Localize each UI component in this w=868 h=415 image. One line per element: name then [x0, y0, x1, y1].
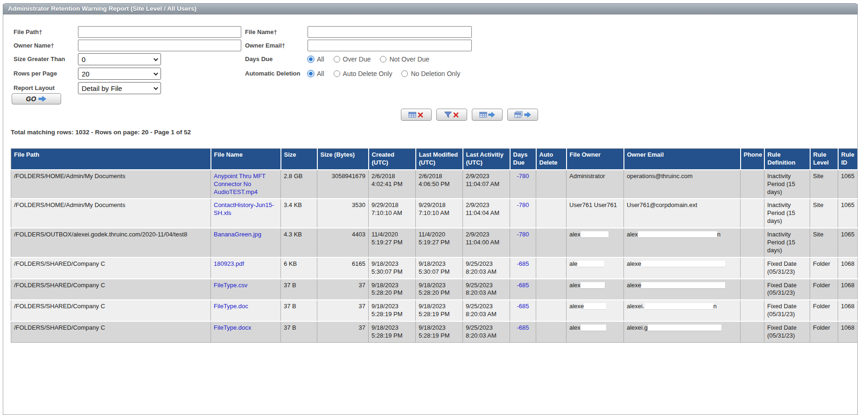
- cell-rule-definition: Fixed Date (05/31/23): [764, 279, 810, 300]
- cell-size-bytes: 37: [317, 300, 369, 321]
- redaction-box: [581, 325, 606, 331]
- cell-size: 37 B: [281, 279, 317, 300]
- days-due-link[interactable]: -685: [517, 260, 529, 267]
- cell-owner-email: User761@corpdomain.ext: [624, 199, 741, 228]
- cell-auto-delete: [536, 199, 567, 228]
- cell-size: 3.4 KB: [281, 199, 317, 228]
- rows-per-page-select[interactable]: 20: [78, 68, 161, 80]
- owner-email-label: Owner Email†: [245, 40, 285, 52]
- column-header-file-owner: File Owner: [567, 149, 624, 170]
- chevron-down-icon: [154, 71, 158, 76]
- cell-rule-level: Folder: [810, 300, 838, 321]
- cell-created: 9/18/2023 5:30:07 PM: [369, 257, 416, 279]
- days-due-link[interactable]: -780: [517, 201, 529, 208]
- cell-activity: 9/25/2023 8:20:03 AM: [463, 257, 510, 279]
- cell-activity: 2/9/2023 11:04:00 AM: [463, 228, 510, 257]
- table-row: /FOLDERS/SHARED/Company C FileType.doc 3…: [11, 300, 858, 321]
- cell-days-due: -685: [510, 321, 536, 342]
- cell-days-due: -780: [510, 199, 536, 228]
- auto-deletion-option-label: Auto Delete Only: [343, 70, 392, 77]
- auto-deletion-radio-no-deletion-only[interactable]: [401, 70, 408, 77]
- cell-created: 9/18/2023 5:28:20 PM: [369, 279, 416, 300]
- report-layout-select[interactable]: Detail by File: [78, 82, 161, 94]
- cell-phone: [741, 170, 764, 199]
- column-header-size: Size: [281, 149, 317, 170]
- cell-file-owner: User761 User761: [567, 199, 624, 228]
- cell-rule-definition: Inactivity Period (15 days): [764, 199, 810, 228]
- cell-size-bytes: 6165: [317, 257, 369, 279]
- cell-file-path: /FOLDERS/HOME/Admin/My Documents: [11, 199, 211, 228]
- auto-deletion-radio-auto-delete-only[interactable]: [334, 70, 340, 77]
- column-header-phone: Phone: [741, 149, 764, 170]
- cell-rule-id: 1065: [838, 199, 858, 228]
- size-greater-select[interactable]: 0: [78, 53, 161, 65]
- table-row: /FOLDERS/SHARED/Company C FileType.csv 3…: [11, 279, 858, 300]
- days-due-radio-not-over-due[interactable]: [380, 56, 386, 62]
- cell-file-path: /FOLDERS/SHARED/Company C: [11, 321, 211, 342]
- cell-modified: 9/29/2018 7:10:10 AM: [416, 199, 463, 228]
- export-page-button[interactable]: [472, 109, 503, 121]
- cell-file-name: Anypoint Thru MFT Connector No AudioTEST…: [211, 170, 281, 199]
- file-path-label: File Path†: [14, 26, 42, 38]
- cell-owner-email: alexn: [624, 228, 741, 257]
- cell-activity: 2/9/2023 11:04:04 AM: [463, 199, 510, 228]
- report-layout-label: Report Layout: [14, 82, 55, 94]
- file-path-input[interactable]: [78, 26, 241, 38]
- cell-file-name: FileType.docx: [211, 321, 281, 342]
- column-header-file-path: File Path: [11, 149, 211, 170]
- rows-per-page-label: Rows per Page: [14, 68, 57, 80]
- cell-created: 2/6/2018 4:02:41 PM: [369, 170, 416, 199]
- file-name-input[interactable]: [308, 26, 472, 38]
- size-greater-label: Size Greater Than: [14, 53, 65, 65]
- file-name-link[interactable]: FileType.docx: [214, 324, 251, 331]
- go-button[interactable]: GO: [12, 93, 61, 104]
- report-toolbar: [401, 109, 538, 121]
- days-due-link[interactable]: -780: [517, 231, 529, 238]
- owner-email-input[interactable]: [308, 40, 472, 51]
- automatic-deletion-label: Automatic Deletion: [245, 68, 300, 80]
- cell-rule-level: Folder: [810, 279, 838, 300]
- cell-modified: 2/6/2018 4:06:50 PM: [416, 170, 463, 199]
- automatic-deletion-radio-group: All Auto Delete Only No Deletion Only: [308, 68, 460, 80]
- days-due-link[interactable]: -685: [517, 303, 529, 310]
- redaction-box: [641, 261, 725, 267]
- auto-deletion-option-label: All: [317, 70, 324, 77]
- column-header-rule-level: Rule Level: [810, 149, 838, 170]
- results-summary: Total matching rows: 1032 - Rows on page…: [11, 129, 191, 136]
- cell-rule-id: 1065: [838, 228, 858, 257]
- cell-modified: 9/18/2023 5:30:07 PM: [416, 257, 463, 279]
- owner-name-input[interactable]: [78, 40, 241, 51]
- clear-report-button[interactable]: [401, 109, 432, 121]
- file-name-link[interactable]: Anypoint Thru MFT Connector No AudioTEST…: [214, 173, 266, 195]
- table-delete-icon: [408, 111, 425, 118]
- days-due-link[interactable]: -685: [517, 324, 529, 331]
- table-export-icon: [479, 111, 496, 118]
- file-name-link[interactable]: ContactHistory-Jun15-SH.xls: [214, 201, 274, 216]
- cell-file-path: /FOLDERS/SHARED/Company C: [11, 257, 211, 279]
- cell-created: 11/4/2020 5:19:27 PM: [369, 228, 416, 257]
- chevron-down-icon: [154, 85, 158, 90]
- table-row: /FOLDERS/SHARED/Company C 180923.pdf 6 K…: [11, 257, 858, 279]
- table-row: /FOLDERS/HOME/Admin/My Documents Anypoin…: [11, 170, 858, 199]
- file-name-link[interactable]: 180923.pdf: [214, 260, 244, 267]
- days-due-radio-all[interactable]: [308, 56, 314, 62]
- auto-deletion-option-label: No Deletion Only: [411, 70, 460, 77]
- file-name-link[interactable]: BananaGreen.jpg: [214, 231, 261, 238]
- days-due-link[interactable]: -685: [517, 282, 529, 289]
- column-header-size-bytes: Size (Bytes): [317, 149, 369, 170]
- cell-days-due: -780: [510, 170, 536, 199]
- column-header-owner-email: Owner Email: [624, 149, 741, 170]
- auto-deletion-radio-all[interactable]: [308, 70, 314, 77]
- file-name-link[interactable]: FileType.csv: [214, 282, 247, 289]
- days-due-radio-over-due[interactable]: [334, 56, 340, 62]
- cell-rule-definition: Fixed Date (05/31/23): [764, 300, 810, 321]
- export-all-pages-button[interactable]: [507, 109, 538, 121]
- cell-size: 2.8 GB: [281, 170, 317, 199]
- column-header-created: Created (UTC): [369, 149, 416, 170]
- days-due-link[interactable]: -780: [517, 173, 529, 180]
- file-name-link[interactable]: FileType.doc: [214, 303, 248, 310]
- redaction-box: [577, 261, 604, 267]
- cell-file-path: /FOLDERS/SHARED/Company C: [11, 300, 211, 321]
- column-header-auto-delete: Auto Delete: [536, 149, 567, 170]
- clear-filter-button[interactable]: [436, 109, 467, 121]
